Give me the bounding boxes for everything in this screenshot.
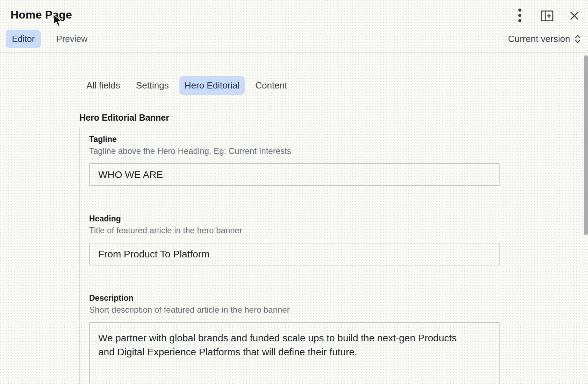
tab-editor[interactable]: Editor (6, 30, 41, 48)
tab-hero-editorial[interactable]: Hero Editorial (179, 76, 245, 95)
scrollbar-thumb[interactable] (584, 55, 588, 235)
field-description: Title of featured article in the hero ba… (89, 225, 500, 236)
view-mode-tabs: Editor Preview (6, 30, 94, 48)
field-label: Tagline (89, 134, 500, 144)
tab-all-fields[interactable]: All fields (81, 76, 126, 95)
header-divider (0, 52, 588, 53)
section-title: Hero Editorial Banner (79, 113, 169, 123)
field-tagline: Tagline Tagline above the Hero Heading. … (89, 134, 500, 186)
chevron-up-down-icon (574, 34, 581, 44)
tab-content[interactable]: Content (250, 76, 292, 95)
field-label: Description (89, 293, 500, 303)
kebab-menu-icon (518, 8, 522, 22)
close-icon (570, 12, 579, 20)
version-selector[interactable]: Current version (508, 34, 581, 44)
split-pane-add-icon (541, 10, 553, 21)
hero-editorial-fieldset: Tagline Tagline above the Hero Heading. … (79, 128, 500, 384)
tab-settings[interactable]: Settings (131, 76, 174, 95)
close-button[interactable] (568, 9, 581, 22)
field-label: Heading (89, 213, 500, 224)
tab-preview[interactable]: Preview (50, 30, 94, 48)
field-group-tabs: All fields Settings Hero Editorial Conte… (81, 76, 292, 95)
more-options-button[interactable] (514, 7, 526, 24)
split-pane-button[interactable] (540, 9, 554, 22)
version-label: Current version (508, 34, 570, 44)
heading-input[interactable] (89, 243, 500, 265)
field-heading: Heading Title of featured article in the… (89, 213, 500, 265)
mouse-cursor-icon (52, 14, 64, 27)
field-description: Short description of featured article in… (89, 305, 500, 315)
field-description-group: Description Short description of feature… (89, 293, 500, 384)
tagline-input[interactable] (89, 163, 500, 186)
field-description: Tagline above the Hero Heading. Eg: Curr… (89, 146, 500, 156)
description-textarea[interactable]: We partner with global brands and funded… (89, 322, 500, 384)
